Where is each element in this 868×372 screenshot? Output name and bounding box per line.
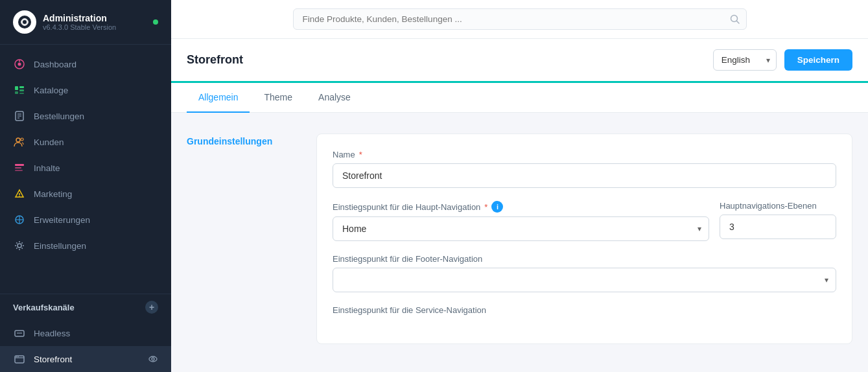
svg-point-3 [18, 63, 21, 66]
app-title-block: Administration v6.4.3.0 Stable Version [43, 13, 147, 31]
sidebar-item-label: Kataloge [34, 86, 68, 95]
svg-rect-16 [15, 164, 24, 166]
eye-icon[interactable] [148, 354, 158, 364]
sidebar-item-label: Bestellungen [34, 111, 84, 121]
svg-point-31 [18, 356, 19, 358]
sidebar-item-kunden[interactable]: Kunden [0, 129, 171, 155]
content-icon [13, 161, 26, 174]
add-channel-button[interactable]: + [145, 301, 158, 314]
sidebar-item-inhalte[interactable]: Inhalte [0, 155, 171, 181]
svg-point-25 [18, 244, 21, 248]
tabs-bar: Allgemein Theme Analyse [171, 83, 868, 113]
marketing-icon [13, 187, 26, 200]
main-nav-label: Einstiegspunkt für die Haupt-Navigation … [333, 201, 709, 213]
sidebar-item-erweiterungen[interactable]: Erweiterungen [0, 207, 171, 233]
name-group: Name * [333, 150, 836, 188]
name-input[interactable] [333, 163, 836, 188]
svg-rect-5 [15, 86, 18, 90]
footer-nav-select[interactable]: Home Footer [333, 268, 836, 292]
svg-rect-7 [19, 86, 24, 88]
search-bar [293, 8, 747, 30]
page-header-actions: English Deutsch Français Speichern [713, 49, 852, 71]
svg-point-21 [19, 196, 20, 197]
tab-analyse[interactable]: Analyse [307, 83, 362, 113]
app-name: Administration [43, 13, 147, 23]
svg-point-15 [21, 138, 23, 141]
sidebar-item-label: Erweiterungen [34, 215, 90, 225]
sidebar-item-label: Inhalte [34, 163, 60, 173]
svg-point-30 [16, 356, 18, 358]
storefront-icon [13, 353, 26, 366]
grundeinstellungen-title: Grundeinstellungen [187, 134, 316, 344]
main-nav: Dashboard Kataloge [0, 45, 171, 291]
svg-rect-6 [15, 91, 18, 94]
page-title: Storefront [187, 53, 243, 67]
tab-allgemein[interactable]: Allgemein [187, 83, 250, 113]
extensions-icon [13, 213, 26, 226]
svg-rect-17 [15, 167, 21, 169]
sidebar-item-bestellungen[interactable]: Bestellungen [0, 103, 171, 129]
form-area: Grundeinstellungen Name * Einstiegspunkt… [171, 113, 868, 365]
page-header: Storefront English Deutsch Français Spei… [171, 39, 868, 83]
main-nav-select[interactable]: Home Produkte Kategorien [333, 216, 709, 241]
app-logo [13, 10, 36, 34]
headless-label: Headless [34, 329, 70, 338]
sidebar-item-headless[interactable]: Headless [0, 320, 171, 346]
language-selector-wrap: English Deutsch Français [713, 49, 777, 71]
sidebar-item-label: Einstellungen [34, 241, 86, 251]
svg-point-33 [152, 358, 154, 360]
sidebar-item-label: Dashboard [34, 60, 76, 69]
search-input[interactable] [293, 8, 747, 30]
content-area: Allgemein Theme Analyse Grundeinstellung… [171, 83, 868, 372]
app-version: v6.4.3.0 Stable Version [43, 23, 147, 31]
sidebar-item-einstellungen[interactable]: Einstellungen [0, 233, 171, 259]
verkaufskanaele-section: Verkaufskanäle + [0, 294, 171, 320]
sidebar-item-storefront[interactable]: Storefront [0, 346, 171, 372]
sidebar-header: Administration v6.4.3.0 Stable Version [0, 0, 171, 45]
dashboard-icon [13, 58, 26, 71]
svg-rect-18 [15, 170, 23, 171]
settings-icon [13, 239, 26, 252]
main-nav-info-icon[interactable]: i [491, 201, 503, 213]
sidebar-item-kataloge[interactable]: Kataloge [0, 77, 171, 103]
svg-rect-8 [19, 89, 24, 91]
save-button[interactable]: Speichern [784, 49, 852, 71]
sidebar-item-marketing[interactable]: Marketing [0, 181, 171, 207]
orders-icon [13, 110, 26, 122]
nav-levels-group: Hauptnavigations-Ebenen [720, 201, 836, 241]
footer-nav-label: Einstiegspunkt für die Footer-Navigation [333, 254, 836, 264]
main-nav-row: Einstiegspunkt für die Haupt-Navigation … [333, 201, 836, 241]
nav-levels-label: Hauptnavigations-Ebenen [720, 201, 836, 211]
sidebar-item-label: Marketing [34, 189, 72, 199]
svg-point-32 [149, 356, 157, 362]
footer-nav-group: Einstiegspunkt für die Footer-Navigation… [333, 254, 836, 292]
main-nav-select-wrap: Home Produkte Kategorien [333, 216, 709, 241]
customers-icon [13, 135, 26, 148]
language-selector[interactable]: English Deutsch Français [713, 49, 777, 71]
headless-icon [13, 327, 26, 340]
verkaufskanaele-label: Verkaufskanäle [13, 303, 75, 312]
service-nav-group: Einstiegspunkt für die Service-Navigatio… [333, 305, 836, 315]
sidebar-item-label: Kunden [34, 137, 64, 147]
storefront-label: Storefront [34, 355, 72, 364]
form-card: Name * Einstiegspunkt für die Haupt-Navi… [316, 134, 852, 344]
name-required-indicator: * [359, 150, 362, 159]
svg-point-14 [16, 138, 20, 142]
catalog-icon [13, 84, 26, 97]
sidebar: Administration v6.4.3.0 Stable Version D… [0, 0, 171, 372]
status-indicator [153, 19, 158, 25]
topbar [171, 0, 868, 39]
name-label: Name * [333, 150, 836, 159]
footer-nav-select-wrap: Home Footer [333, 268, 836, 292]
main-nav-required-indicator: * [484, 202, 487, 212]
nav-levels-input[interactable] [720, 215, 836, 239]
search-icon [730, 14, 740, 25]
main-area: Storefront English Deutsch Français Spei… [171, 0, 868, 372]
sidebar-item-dashboard[interactable]: Dashboard [0, 51, 171, 77]
main-nav-group: Einstiegspunkt für die Haupt-Navigation … [333, 201, 709, 241]
svg-line-35 [736, 21, 739, 23]
svg-rect-9 [19, 93, 24, 94]
service-nav-label: Einstiegspunkt für die Service-Navigatio… [333, 305, 836, 315]
tab-theme[interactable]: Theme [252, 83, 304, 113]
svg-point-1 [23, 20, 27, 24]
